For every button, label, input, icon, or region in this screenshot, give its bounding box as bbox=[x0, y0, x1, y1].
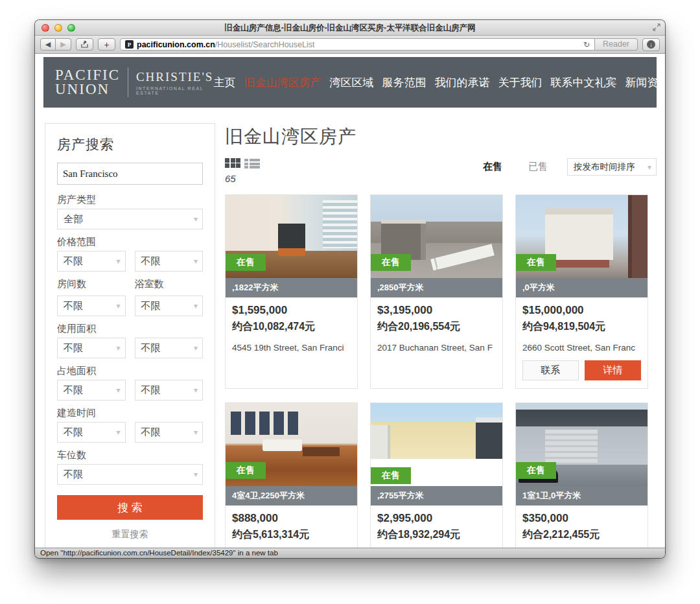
year-built-label: 建造时间 bbox=[57, 407, 203, 419]
minimize-window-button[interactable] bbox=[54, 24, 62, 32]
price-usd: $3,195,000 bbox=[377, 304, 496, 317]
property-card[interactable]: 在售 ,1822平方米 $1,595,000 约合10,082,474元 454… bbox=[225, 194, 358, 389]
usable-area-max-select[interactable]: 不限 bbox=[135, 338, 204, 358]
christies-wordmark: CHRISTIE'S INTERNATIONAL REAL ESTATE bbox=[136, 70, 214, 95]
search-button[interactable]: 搜 索 bbox=[57, 495, 203, 520]
share-icon bbox=[80, 40, 89, 49]
nav-bay-regions[interactable]: 湾区区域 bbox=[330, 75, 374, 90]
address: 2660 Scott Street, San Franc bbox=[522, 343, 641, 353]
download-icon: ↓ bbox=[647, 40, 655, 49]
price-usd: $2,995,000 bbox=[377, 512, 496, 525]
status-badge: 在售 bbox=[371, 467, 411, 484]
tab-on-sale[interactable]: 在售 bbox=[483, 161, 502, 173]
property-grid: 在售 ,1822平方米 $1,595,000 约合10,082,474元 454… bbox=[225, 194, 657, 548]
area-bar: ,2850平方米 bbox=[371, 278, 502, 297]
window-titlebar: 旧金山房产信息-旧金山房价-旧金山湾区买房-太平洋联合旧金山房产网 bbox=[35, 20, 665, 36]
nav-home[interactable]: 主页 bbox=[214, 75, 236, 90]
price-min-select[interactable]: 不限 bbox=[57, 251, 126, 272]
reset-search-link[interactable]: 重置搜索 bbox=[57, 529, 203, 540]
detail-button[interactable]: 详情 bbox=[585, 360, 641, 380]
address: 2017 Buchanan Street, San F bbox=[377, 343, 496, 353]
property-card[interactable]: 在售 ,2850平方米 $3,195,000 约合20,196,554元 201… bbox=[370, 194, 503, 389]
nav-sf-bay-properties[interactable]: 旧金山湾区房产 bbox=[244, 75, 321, 90]
parking-select[interactable]: 不限 bbox=[57, 464, 203, 485]
forward-button[interactable]: ▶ bbox=[56, 38, 71, 51]
contact-button[interactable]: 联系 bbox=[522, 360, 579, 380]
new-tab-button[interactable]: + bbox=[98, 38, 115, 51]
year-built-max-select[interactable]: 不限 bbox=[135, 422, 204, 443]
window-title: 旧金山房产信息-旧金山房价-旧金山湾区买房-太平洋联合旧金山房产网 bbox=[35, 20, 665, 36]
site-header: PACIFIC UNION CHRISTIE'S INTERNATIONAL R… bbox=[43, 57, 657, 108]
status-badge: 在售 bbox=[516, 254, 556, 271]
nav-chinese-concierge[interactable]: 联系中文礼宾 bbox=[551, 75, 617, 90]
usable-area-label: 使用面积 bbox=[57, 323, 203, 335]
location-input[interactable] bbox=[57, 163, 203, 185]
list-toolbar: 65 在售 已售 按发布时间排序 bbox=[225, 158, 657, 184]
status-badge: 在售 bbox=[516, 462, 556, 479]
reader-button[interactable]: Reader bbox=[595, 38, 638, 51]
reload-icon[interactable]: ↻ bbox=[583, 40, 590, 49]
property-photo bbox=[371, 403, 502, 459]
nav-services[interactable]: 服务范围 bbox=[382, 75, 426, 90]
url-bar-group: P pacificunion.com.cn/Houselist/SearchHo… bbox=[120, 38, 638, 51]
property-photo-wrap: 在售 bbox=[226, 403, 357, 486]
fullscreen-icon[interactable] bbox=[652, 23, 661, 32]
rooms-select[interactable]: 不限 bbox=[57, 296, 126, 316]
close-window-button[interactable] bbox=[41, 24, 49, 32]
property-card[interactable]: 在售 1室1卫,0平方米 $350,000 约合2,212,455元 bbox=[515, 402, 648, 548]
nav-about-us[interactable]: 关于我们 bbox=[498, 75, 542, 90]
price-usd: $1,595,000 bbox=[232, 304, 351, 317]
share-button[interactable] bbox=[76, 38, 93, 51]
price-cny: 约合20,196,554元 bbox=[377, 320, 496, 334]
price-cny: 约合5,613,314元 bbox=[232, 528, 351, 542]
property-type-label: 房产类型 bbox=[57, 194, 203, 206]
url-text: pacificunion.com.cn/Houselist/SearchHous… bbox=[137, 40, 314, 49]
nav-our-promise[interactable]: 我们的承诺 bbox=[435, 75, 490, 90]
site-logo[interactable]: PACIFIC UNION CHRISTIE'S INTERNATIONAL R… bbox=[55, 67, 214, 97]
year-built-min-select[interactable]: 不限 bbox=[57, 422, 126, 443]
status-badge: 在售 bbox=[226, 462, 266, 479]
history-nav-group: ◀ ▶ bbox=[40, 38, 71, 51]
property-card[interactable]: 在售 4室4卫,2250平方米 $888,000 约合5,613,314元 bbox=[225, 402, 358, 548]
results-main: 旧金山湾区房产 65 在售 bbox=[225, 123, 657, 548]
area-bar: 1室1卫,0平方米 bbox=[516, 486, 648, 505]
url-domain: pacificunion.com.cn bbox=[137, 40, 215, 49]
sort-select[interactable]: 按发布时间排序 bbox=[567, 158, 657, 176]
baths-label: 浴室数 bbox=[135, 278, 204, 290]
back-button[interactable]: ◀ bbox=[40, 38, 56, 51]
baths-select[interactable]: 不限 bbox=[135, 296, 204, 316]
price-usd: $888,000 bbox=[232, 512, 351, 525]
list-view-icon[interactable] bbox=[244, 159, 260, 168]
lot-area-min-select[interactable]: 不限 bbox=[57, 380, 126, 401]
property-type-select[interactable]: 全部 bbox=[57, 209, 203, 229]
price-max-select[interactable]: 不限 bbox=[135, 251, 204, 272]
zoom-window-button[interactable] bbox=[67, 24, 75, 32]
search-sidebar: 房产搜索 房产类型 全部 价格范围 不限 不限 房间数 浴室数 不限 不限 bbox=[45, 123, 215, 548]
tab-sold[interactable]: 已售 bbox=[528, 161, 548, 173]
area-bar: 4室4卫,2250平方米 bbox=[226, 486, 357, 505]
address-bar[interactable]: P pacificunion.com.cn/Houselist/SearchHo… bbox=[120, 38, 595, 51]
browser-window: 旧金山房产信息-旧金山房价-旧金山湾区买房-太平洋联合旧金山房产网 ◀ ▶ + … bbox=[35, 20, 665, 558]
browser-toolbar: ◀ ▶ + P pacificunion.com.cn/Houselist/Se… bbox=[35, 36, 665, 54]
grid-view-icon[interactable] bbox=[225, 158, 240, 168]
downloads-button[interactable]: ↓ bbox=[642, 38, 660, 51]
price-cny: 约合94,819,504元 bbox=[522, 320, 641, 334]
property-photo-wrap: 在售 bbox=[516, 403, 648, 486]
usable-area-min-select[interactable]: 不限 bbox=[57, 338, 126, 358]
nav-news[interactable]: 新闻资讯 bbox=[625, 75, 665, 90]
url-path: /Houselist/SearchHouseList bbox=[215, 40, 315, 49]
property-photo-wrap: 在售 bbox=[371, 403, 502, 486]
rooms-label: 房间数 bbox=[57, 278, 126, 290]
search-heading: 房产搜索 bbox=[57, 135, 203, 154]
view-and-count: 65 bbox=[225, 158, 260, 184]
status-bar: Open "http://pacificunion.com.cn/HouseDe… bbox=[35, 548, 665, 558]
main-nav: 主页 旧金山湾区房产 湾区区域 服务范围 我们的承诺 关于我们 联系中文礼宾 新… bbox=[214, 75, 665, 90]
property-card[interactable]: 在售 ,2755平方米 $2,995,000 约合18,932,294元 bbox=[370, 402, 503, 548]
window-controls bbox=[41, 24, 75, 32]
property-photo-wrap: 在售 bbox=[371, 195, 502, 278]
result-count: 65 bbox=[225, 173, 260, 184]
property-card[interactable]: 在售 ,0平方米 $15,000,000 约合94,819,504元 2660 … bbox=[515, 194, 648, 389]
lot-area-max-select[interactable]: 不限 bbox=[135, 380, 204, 401]
area-bar: ,0平方米 bbox=[516, 278, 648, 297]
logo-divider bbox=[128, 67, 128, 97]
